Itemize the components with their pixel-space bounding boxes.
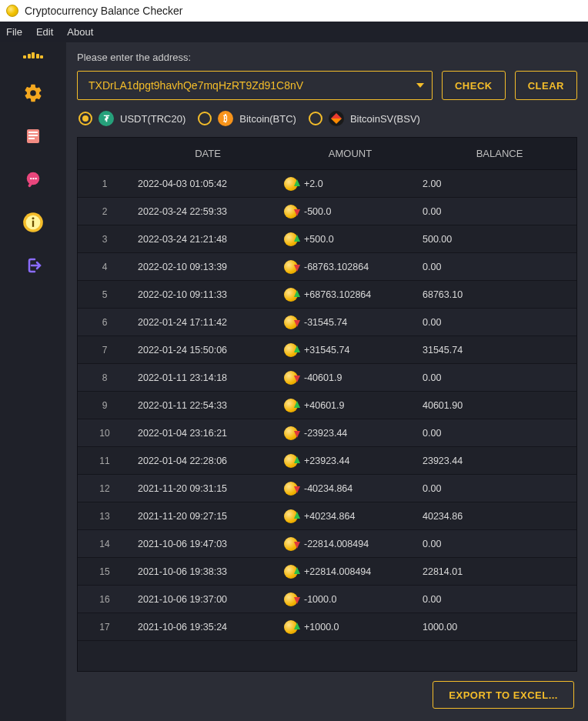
btc-icon: ₿ — [218, 111, 233, 126]
cell-index: 10 — [78, 428, 132, 439]
bsv-icon — [329, 111, 344, 126]
chat-icon[interactable] — [22, 169, 44, 190]
titlebar: Cryptocurrency Balance Checker — [0, 0, 588, 22]
info-icon[interactable] — [22, 212, 44, 233]
cell-date: 2022-01-11 22:54:33 — [132, 400, 278, 411]
table-row[interactable]: 82022-01-11 23:14:18-40601.90.00 — [78, 364, 576, 392]
svg-rect-1 — [28, 132, 38, 133]
svg-point-11 — [32, 217, 34, 219]
coin-radio-usdt[interactable]: ₮USDT(TRC20) — [79, 111, 185, 126]
cell-balance: 0.00 — [416, 206, 576, 217]
cell-balance: 68763.10 — [416, 289, 576, 300]
amount-text: -1000.0 — [304, 594, 336, 605]
table-row[interactable]: 92022-01-11 22:54:33+40601.940601.90 — [78, 392, 576, 419]
table-row[interactable]: 62022-01-24 17:11:42-31545.740.00 — [78, 309, 576, 336]
amount-text: -40234.864 — [304, 483, 352, 494]
cell-date: 2022-01-24 15:50:06 — [132, 345, 278, 355]
coin-up-icon — [284, 177, 298, 191]
cell-balance: 0.00 — [416, 483, 576, 494]
coin-down-icon — [284, 260, 298, 274]
cell-amount: -22814.008494 — [278, 537, 416, 551]
logout-icon[interactable] — [22, 255, 44, 276]
book-icon[interactable] — [22, 125, 44, 147]
coin-up-icon — [284, 620, 298, 634]
table-row[interactable]: 72022-01-24 15:50:06+31545.7431545.74 — [78, 336, 576, 364]
coin-down-icon — [284, 371, 298, 385]
menu-about[interactable]: About — [67, 26, 93, 38]
cell-index: 6 — [78, 317, 132, 328]
coin-down-icon — [284, 205, 298, 219]
cell-date: 2022-03-24 22:59:33 — [132, 206, 278, 217]
cell-balance: 31545.74 — [416, 345, 576, 355]
cell-amount: -31545.74 — [278, 315, 416, 329]
radio-icon — [198, 112, 212, 125]
coin-down-icon — [284, 537, 298, 551]
table-row[interactable]: 112022-01-04 22:28:06+23923.4423923.44 — [78, 447, 576, 475]
clear-button[interactable]: CLEAR — [515, 71, 577, 100]
cell-amount: +40601.9 — [278, 399, 416, 412]
amount-text: -23923.44 — [304, 428, 347, 439]
export-button[interactable]: EXPORT TO EXCEL... — [433, 681, 574, 709]
coin-up-icon — [284, 399, 298, 412]
table-row[interactable]: 22022-03-24 22:59:33-500.00.00 — [78, 198, 576, 225]
gear-icon[interactable] — [22, 82, 44, 104]
menu-file[interactable]: File — [6, 26, 22, 38]
table-row[interactable]: 102022-01-04 23:16:21-23923.440.00 — [78, 419, 576, 447]
table-row[interactable]: 122021-11-20 09:31:15-40234.8640.00 — [78, 475, 576, 502]
cell-date: 2022-04-03 01:05:42 — [132, 179, 278, 189]
cell-date: 2022-03-24 21:21:48 — [132, 234, 278, 245]
coin-down-icon — [284, 426, 298, 440]
cell-index: 17 — [78, 622, 132, 633]
cell-amount: +68763.102864 — [278, 288, 416, 302]
coin-radio-bsv[interactable]: BitcoinSV(BSV) — [309, 111, 420, 126]
footer-row: EXPORT TO EXCEL... — [77, 672, 577, 710]
cell-date: 2021-10-06 19:35:24 — [132, 622, 278, 633]
cell-date: 2021-11-20 09:31:15 — [132, 483, 278, 494]
cell-index: 13 — [78, 511, 132, 522]
window-title: Cryptocurrency Balance Checker — [25, 5, 182, 17]
chevron-down-icon[interactable] — [416, 83, 424, 88]
table-row[interactable]: 162021-10-06 19:37:00-1000.00.00 — [78, 586, 576, 613]
coin-up-icon — [284, 343, 298, 357]
radio-icon — [79, 112, 92, 125]
table-row[interactable]: 12022-04-03 01:05:42+2.02.00 — [78, 170, 576, 198]
amount-text: +22814.008494 — [304, 566, 371, 577]
table-row[interactable]: 42022-02-10 09:13:39-68763.1028640.00 — [78, 253, 576, 281]
table-row[interactable]: 32022-03-24 21:21:48+500.0500.00 — [78, 225, 576, 253]
table-row[interactable]: 142021-10-06 19:47:03-22814.0084940.00 — [78, 530, 576, 558]
cell-balance: 0.00 — [416, 372, 576, 383]
cell-amount: -68763.102864 — [278, 260, 416, 274]
menu-edit[interactable]: Edit — [36, 26, 53, 38]
amount-text: -22814.008494 — [304, 539, 369, 549]
usdt-icon: ₮ — [99, 111, 114, 126]
coin-up-icon — [284, 288, 298, 302]
cell-index: 2 — [78, 206, 132, 217]
table-row[interactable]: 172021-10-06 19:35:24+1000.01000.00 — [78, 613, 576, 641]
amount-text: +40234.864 — [304, 511, 355, 522]
cell-balance: 0.00 — [416, 317, 576, 328]
table-body[interactable]: 12022-04-03 01:05:42+2.02.0022022-03-24 … — [78, 170, 576, 671]
transactions-table: DATE AMOUNT BALANCE 12022-04-03 01:05:42… — [77, 137, 577, 672]
amount-text: +68763.102864 — [304, 289, 371, 300]
cell-balance: 22814.01 — [416, 566, 576, 577]
amount-text: -31545.74 — [304, 317, 347, 328]
amount-text: +1000.0 — [304, 622, 339, 633]
table-row[interactable]: 132021-11-20 09:27:15+40234.86440234.86 — [78, 502, 576, 530]
address-input[interactable] — [78, 79, 432, 92]
cell-index: 16 — [78, 594, 132, 605]
cell-index: 1 — [78, 179, 132, 189]
svg-rect-2 — [28, 135, 38, 136]
table-row[interactable]: 52022-02-10 09:11:33+68763.10286468763.1… — [78, 281, 576, 309]
app-icon — [6, 5, 18, 17]
cell-date: 2022-02-10 09:11:33 — [132, 289, 278, 300]
check-button[interactable]: CHECK — [442, 71, 506, 100]
address-combo[interactable] — [77, 71, 433, 100]
dots-icon[interactable] — [22, 50, 44, 61]
cell-balance: 0.00 — [416, 262, 576, 272]
amount-text: +31545.74 — [304, 345, 349, 355]
cell-date: 2021-10-06 19:47:03 — [132, 539, 278, 549]
table-row[interactable]: 152021-10-06 19:38:33+22814.00849422814.… — [78, 558, 576, 586]
radio-icon — [309, 112, 322, 125]
coin-radio-btc[interactable]: ₿Bitcoin(BTC) — [198, 111, 296, 126]
coin-label: USDT(TRC20) — [120, 113, 185, 125]
